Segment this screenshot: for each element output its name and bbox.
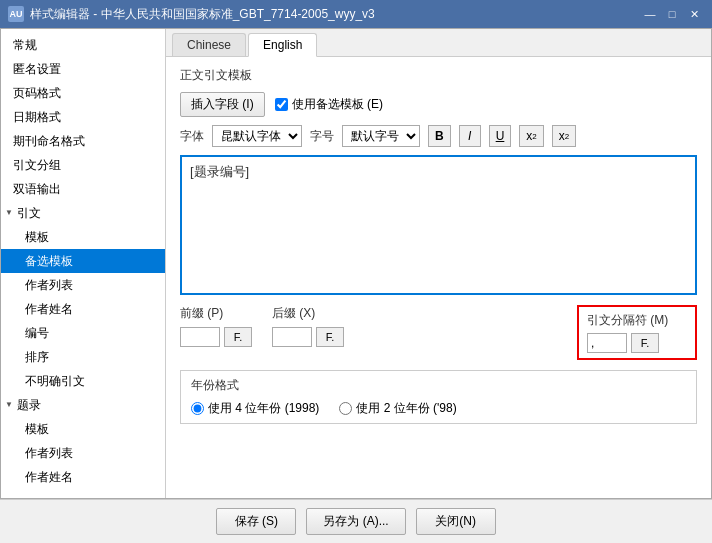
superscript-button[interactable]: x2 <box>552 125 576 147</box>
suffix-label: 后缀 (X) <box>272 305 344 322</box>
tab-chinese[interactable]: Chinese <box>172 33 246 56</box>
save-as-button[interactable]: 另存为 (A)... <box>306 508 405 535</box>
sidebar-item-pagefmt[interactable]: 页码格式 <box>1 81 165 105</box>
toolbar-row: 插入字段 (I) 使用备选模板 (E) <box>180 92 697 117</box>
bibliography-arrow-icon: ▼ <box>5 395 13 415</box>
sidebar-item-bib-authorname[interactable]: 作者姓名 <box>1 465 165 489</box>
citation-arrow-icon: ▼ <box>5 203 13 223</box>
citation-sep-input[interactable] <box>587 333 627 353</box>
title-bar: AU 样式编辑器 - 中华人民共和国国家标准_GBT_7714-2005_wyy… <box>0 0 712 28</box>
sidebar-item-bilingual[interactable]: 双语输出 <box>1 177 165 201</box>
suffix-input[interactable] <box>272 327 312 347</box>
main-window: 常规 匿名设置 页码格式 日期格式 期刊命名格式 引文分组 双语输出 ▼ 引文 … <box>0 28 712 499</box>
insert-field-button[interactable]: 插入字段 (I) <box>180 92 265 117</box>
close-button-bottom[interactable]: 关闭(N) <box>416 508 496 535</box>
sidebar-item-cite-alttemplate[interactable]: 备选模板 <box>1 249 165 273</box>
sidebar-bibliography-label: 题录 <box>17 395 41 415</box>
sidebar-section-bibliography[interactable]: ▼ 题录 <box>1 393 165 417</box>
sidebar-item-general[interactable]: 常规 <box>1 33 165 57</box>
year-format-4-radio[interactable] <box>191 402 204 415</box>
save-button[interactable]: 保存 (S) <box>216 508 296 535</box>
use-alt-template-checkbox-label[interactable]: 使用备选模板 (E) <box>275 96 383 113</box>
template-content: [题录编号] <box>190 164 249 179</box>
tabs-bar: Chinese English <box>166 29 711 57</box>
sidebar-item-bib-template[interactable]: 模板 <box>1 417 165 441</box>
bold-button[interactable]: B <box>428 125 451 147</box>
sidebar-item-bib-editorlist[interactable]: 编者列表 <box>1 489 165 494</box>
citation-sep-row: F. <box>587 333 687 353</box>
suffix-group: 后缀 (X) F. <box>272 305 344 347</box>
size-select[interactable]: 默认字号 <box>342 125 420 147</box>
restore-button[interactable]: □ <box>662 5 682 23</box>
sidebar-item-cite-template[interactable]: 模板 <box>1 225 165 249</box>
font-label: 字体 <box>180 128 204 145</box>
sidebar-item-anon[interactable]: 匿名设置 <box>1 57 165 81</box>
minimize-button[interactable]: — <box>640 5 660 23</box>
prefix-input-row: F. <box>180 327 252 347</box>
sidebar-item-cite-authorname[interactable]: 作者姓名 <box>1 297 165 321</box>
prefix-field-button[interactable]: F. <box>224 327 252 347</box>
citation-sep-field-button[interactable]: F. <box>631 333 659 353</box>
year-format-section: 年份格式 使用 4 位年份 (1998) 使用 2 位年份 ('98) <box>180 370 697 424</box>
sidebar-item-cite-number[interactable]: 编号 <box>1 321 165 345</box>
sidebar-item-cite-ambiguous[interactable]: 不明确引文 <box>1 369 165 393</box>
use-alt-template-checkbox[interactable] <box>275 98 288 111</box>
window-controls: — □ ✕ <box>640 5 704 23</box>
template-box[interactable]: [题录编号] <box>180 155 697 295</box>
italic-button[interactable]: I <box>459 125 481 147</box>
subscript-button[interactable]: x2 <box>519 125 543 147</box>
main-panel: 正文引文模板 插入字段 (I) 使用备选模板 (E) 字体 昆默认字体 字号 默… <box>166 57 711 498</box>
year-format-2-radio[interactable] <box>339 402 352 415</box>
sidebar-item-periodname[interactable]: 期刊命名格式 <box>1 129 165 153</box>
font-select[interactable]: 昆默认字体 <box>212 125 302 147</box>
title-bar-text: 样式编辑器 - 中华人民共和国国家标准_GBT_7714-2005_wyy_v3 <box>30 6 640 23</box>
prefix-input[interactable] <box>180 327 220 347</box>
sidebar: 常规 匿名设置 页码格式 日期格式 期刊命名格式 引文分组 双语输出 ▼ 引文 … <box>1 29 166 498</box>
app-icon: AU <box>8 6 24 22</box>
year-format-4-label[interactable]: 使用 4 位年份 (1998) <box>191 400 319 417</box>
sidebar-item-cite-authorlist[interactable]: 作者列表 <box>1 273 165 297</box>
sidebar-item-cite-order[interactable]: 排序 <box>1 345 165 369</box>
sidebar-item-datefmt[interactable]: 日期格式 <box>1 105 165 129</box>
underline-button[interactable]: U <box>489 125 512 147</box>
prefix-group: 前缀 (P) F. <box>180 305 252 347</box>
sidebar-item-bib-authorlist[interactable]: 作者列表 <box>1 441 165 465</box>
year-format-2-label[interactable]: 使用 2 位年份 ('98) <box>339 400 456 417</box>
citation-sep-label: 引文分隔符 (M) <box>587 312 687 329</box>
suffix-field-button[interactable]: F. <box>316 327 344 347</box>
year-format-title: 年份格式 <box>191 377 686 394</box>
year-format-options: 使用 4 位年份 (1998) 使用 2 位年份 ('98) <box>191 400 686 417</box>
bottom-toolbar: 保存 (S) 另存为 (A)... 关闭(N) <box>0 499 712 543</box>
sidebar-item-citegroup[interactable]: 引文分组 <box>1 153 165 177</box>
content-area: Chinese English 正文引文模板 插入字段 (I) 使用备选模板 (… <box>166 29 711 498</box>
font-row: 字体 昆默认字体 字号 默认字号 B I U x2 x2 <box>180 125 697 147</box>
sidebar-scroll[interactable]: 常规 匿名设置 页码格式 日期格式 期刊命名格式 引文分组 双语输出 ▼ 引文 … <box>1 33 165 494</box>
tab-english[interactable]: English <box>248 33 317 57</box>
suffix-input-row: F. <box>272 327 344 347</box>
close-button[interactable]: ✕ <box>684 5 704 23</box>
prefix-label: 前缀 (P) <box>180 305 252 322</box>
affix-row: 前缀 (P) F. 后缀 (X) F. 引文分隔符 (M) <box>180 305 697 360</box>
section-title: 正文引文模板 <box>180 67 697 84</box>
sidebar-citation-label: 引文 <box>17 203 41 223</box>
size-label: 字号 <box>310 128 334 145</box>
sidebar-section-citation[interactable]: ▼ 引文 <box>1 201 165 225</box>
citation-separator-box: 引文分隔符 (M) F. <box>577 305 697 360</box>
